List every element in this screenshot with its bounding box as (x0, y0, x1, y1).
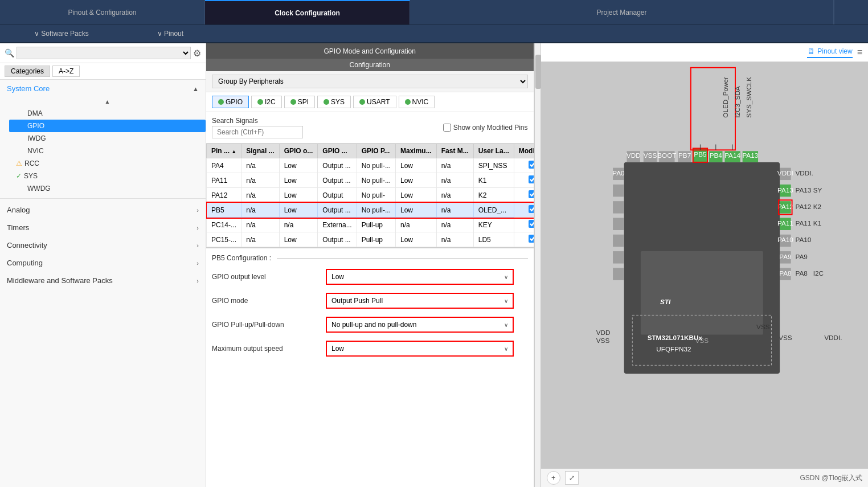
svg-text:I2C3_SDA: I2C3_SDA (733, 86, 740, 118)
tab-usart[interactable]: USART (353, 96, 396, 108)
categories-button[interactable]: Categories (5, 66, 50, 77)
subtab-pinout[interactable]: ∨ Pinout (123, 25, 218, 42)
modified-checkbox[interactable] (529, 161, 533, 169)
zoom-in-btn[interactable]: + (547, 471, 560, 485)
sidebar-section-header-system-core[interactable]: System Core ▲ (0, 80, 206, 97)
rcc-label: RCC (24, 159, 39, 167)
col-user-label[interactable]: User La... (473, 144, 514, 158)
modified-checkbox[interactable] (529, 235, 533, 243)
tab-project[interactable]: Project Manager (410, 0, 834, 24)
sidebar-item-nvic[interactable]: NVIC (9, 145, 206, 157)
config-row-max-speed: Maximum output speed Low ∨ (212, 341, 528, 357)
system-core-label: System Core (7, 84, 50, 93)
sidebar-group-header-middleware[interactable]: Middleware and Software Packs › (0, 272, 206, 289)
col-gpio-mode[interactable]: GPIO ... (318, 144, 357, 158)
gpio-mode-select-wrapper: Output Push Pull ∨ (326, 293, 514, 309)
table-container: Pin ... ▲ Signal ... GPIO o... GPIO ... (206, 144, 534, 247)
pinout-icon: 🖥 (807, 47, 815, 56)
sidebar-group-header-computing[interactable]: Computing › (0, 254, 206, 272)
table-row[interactable]: PC14-...n/an/aExterna...Pull-upn/an/aKEY (207, 218, 534, 232)
table-row[interactable]: PC15-...n/aLowOutput ...Pull-upLown/aLD5 (207, 232, 534, 247)
svg-text:VSS: VSS (756, 323, 770, 330)
gpio-output-label: GPIO output level (212, 273, 320, 281)
col-max-speed[interactable]: Maximu... (396, 144, 437, 158)
nvic-dot (405, 99, 411, 105)
table-row[interactable]: PA12n/aLowOutputNo pull-Lown/aK2 (207, 188, 534, 203)
scroll-thumb[interactable] (535, 55, 541, 89)
gpio-output-chevron: ∨ (504, 274, 508, 280)
col-fast-mode[interactable]: Fast M... (436, 144, 473, 158)
top-header: Pinout & Configuration Clock Configurati… (0, 0, 868, 25)
config-row-gpio-mode: GPIO mode Output Push Pull ∨ (212, 293, 528, 309)
show-modified-checkbox[interactable] (443, 124, 451, 132)
modified-checkbox[interactable] (529, 190, 533, 198)
col-pin[interactable]: Pin ... ▲ (207, 144, 241, 158)
sidebar-item-dma[interactable]: DMA (9, 107, 206, 120)
config-row-gpio-output: GPIO output level Low ∨ (212, 269, 528, 285)
col-gpio-out[interactable]: GPIO o... (279, 144, 318, 158)
svg-rect-62 (613, 185, 624, 197)
svg-rect-63 (613, 201, 624, 213)
show-modified-label[interactable]: Show only Modified Pins (443, 124, 528, 132)
sidebar-item-iwdg[interactable]: IWDG (9, 132, 206, 145)
pinout-view-btn[interactable]: 🖥 Pinout view (807, 47, 852, 58)
sidebar-item-rcc[interactable]: ⚠ RCC (9, 157, 206, 170)
tab-extra[interactable] (834, 0, 868, 24)
pb5-config-section: PB5 Configuration : GPIO output level Lo… (206, 247, 534, 487)
gpio-mode-chevron: ∨ (504, 298, 508, 304)
tab-sys[interactable]: SYS (317, 96, 351, 108)
svg-text:I2C: I2C (813, 269, 824, 277)
svg-rect-67 (613, 268, 624, 280)
col-modified[interactable]: Modified (514, 144, 533, 158)
max-speed-select-wrapper: Low ∨ (326, 341, 514, 357)
settings-icon[interactable]: ⚙ (193, 48, 201, 59)
table-row[interactable]: PA11n/aLowOutput ...No pull-...Lown/aK1 (207, 173, 534, 188)
sidebar-item-sys[interactable]: ✓ SYS (9, 170, 206, 182)
tab-nvic[interactable]: NVIC (399, 96, 435, 108)
grid-view-btn[interactable]: ≡ (857, 47, 862, 58)
modified-checkbox[interactable] (529, 205, 533, 213)
sidebar-item-wwdg[interactable]: WWDG (9, 182, 206, 195)
tab-spi[interactable]: SPI (284, 96, 315, 108)
analog-label: Analog (7, 206, 30, 214)
center-scrollbar[interactable] (534, 43, 541, 487)
table-row[interactable]: PA4n/aLowOutput ...No pull-...Lown/aSPI_… (207, 158, 534, 173)
az-button[interactable]: A->Z (52, 66, 80, 77)
modified-checkbox[interactable] (529, 220, 533, 228)
right-panel: 🖥 Pinout view ≡ VSS VDDI. (541, 43, 869, 487)
search-dropdown[interactable] (17, 47, 191, 59)
tab-i2c[interactable]: I2C (251, 96, 282, 108)
gpio-mode-select[interactable]: Output Push Pull ∨ (327, 294, 513, 308)
svg-text:PA14: PA14 (724, 152, 740, 159)
gpio-pull-select[interactable]: No pull-up and no pull-down ∨ (327, 318, 513, 332)
modified-checkbox[interactable] (529, 175, 533, 183)
col-gpio-pull[interactable]: GPIO P... (357, 144, 395, 158)
search-signals-input[interactable] (212, 126, 303, 138)
group-by-select[interactable]: Group By Peripherals (212, 75, 528, 88)
sys-label: SYS (24, 172, 38, 180)
gpio-output-select[interactable]: Low ∨ (327, 270, 513, 284)
categories-row: Categories A->Z (0, 63, 206, 80)
col-signal[interactable]: Signal ... (241, 144, 279, 158)
table-row[interactable]: PB5n/aLowOutput ...No pull-...Lown/aOLED… (207, 203, 534, 218)
tab-gpio[interactable]: GPIO (212, 96, 249, 108)
subtab-software-packs[interactable]: ∨ Software Packs (0, 25, 123, 42)
max-speed-select[interactable]: Low ∨ (327, 342, 513, 355)
tab-clock[interactable]: Clock Configuration (205, 0, 410, 24)
svg-text:PB5: PB5 (694, 150, 707, 158)
svg-text:PA10: PA10 (777, 236, 793, 243)
spi-dot (290, 99, 296, 105)
sidebar-group-header-timers[interactable]: Timers › (0, 219, 206, 236)
config-row-gpio-pull: GPIO Pull-up/Pull-down No pull-up and no… (212, 317, 528, 333)
sidebar-group-header-connectivity[interactable]: Connectivity › (0, 236, 206, 254)
sidebar-item-gpio[interactable]: GPIO (9, 120, 206, 132)
expand-btn[interactable]: ⤢ (565, 471, 579, 485)
connectivity-label: Connectivity (7, 241, 47, 249)
tab-pinout[interactable]: Pinout & Configuration (0, 0, 205, 24)
main-layout: 🔍 ⚙ Categories A->Z (0, 43, 868, 487)
svg-text:K1: K1 (813, 219, 821, 227)
sidebar-group-header-analog[interactable]: Analog › (0, 201, 206, 219)
svg-text:VDDI: VDDI (777, 169, 793, 177)
svg-text:PA12: PA12 (777, 203, 793, 210)
svg-text:PA12: PA12 (795, 203, 811, 210)
